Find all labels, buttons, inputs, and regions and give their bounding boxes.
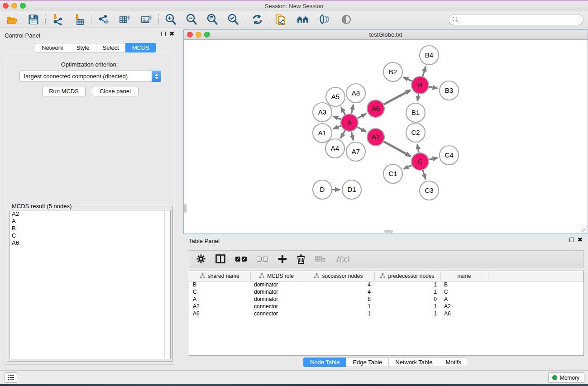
table-cell[interactable]: C xyxy=(189,288,250,295)
column-header-shared-name[interactable]: shared name xyxy=(189,271,250,281)
graph-node-A5[interactable]: A5 xyxy=(326,87,345,106)
graph-node-A1[interactable]: A1 xyxy=(313,124,332,143)
table-cell[interactable]: A2 xyxy=(189,303,250,310)
graph-edge-A-A7[interactable] xyxy=(351,132,353,140)
table-cell[interactable]: connector xyxy=(250,303,303,310)
mcds-result-item[interactable]: A6 xyxy=(10,239,170,247)
tab-style[interactable]: Style xyxy=(70,43,96,52)
node-table[interactable]: shared nameMCDS rolesuccessor nodesprede… xyxy=(189,271,584,356)
import-table-button[interactable] xyxy=(70,12,88,27)
graph-node-B2[interactable]: B2 xyxy=(383,62,402,81)
canvas-vertical-scrollbar[interactable] xyxy=(184,204,186,213)
graph-edge-A-A1[interactable] xyxy=(333,126,341,129)
select-all-columns-button[interactable]: ✓ ✓ xyxy=(235,257,247,262)
network-canvas[interactable]: AA1A3A5A8A4A7A6A2BB1B2B3B4CC1C2C3C4DD1 xyxy=(184,40,588,234)
zoom-window-button[interactable] xyxy=(204,32,210,38)
table-row[interactable]: A6connector11A6 xyxy=(189,310,583,317)
canvas-horizontal-scrollbar[interactable] xyxy=(384,230,393,233)
graph-edge-C-C1[interactable] xyxy=(404,165,412,169)
zoom-selected-button[interactable] xyxy=(224,12,242,27)
unselect-all-columns-button[interactable] xyxy=(257,257,268,262)
table-cell[interactable]: B xyxy=(189,281,250,288)
graph-edge-A-A3[interactable] xyxy=(333,116,341,119)
table-cell[interactable]: B xyxy=(440,281,488,288)
table-row[interactable]: Bdominator41B xyxy=(189,281,583,288)
table-cell[interactable]: 1 xyxy=(303,303,374,310)
table-cell[interactable]: dominator xyxy=(250,281,303,288)
zoom-fit-button[interactable] xyxy=(203,12,221,27)
table-cell[interactable]: 1 xyxy=(374,281,440,288)
table-cell[interactable]: 4 xyxy=(303,281,374,288)
export-image-button[interactable] xyxy=(138,12,156,27)
run-mcds-button[interactable]: Run MCDS xyxy=(42,86,86,96)
zoom-in-button[interactable] xyxy=(162,12,180,27)
tab-network[interactable]: Network xyxy=(35,43,70,52)
graph-edge-C-C4[interactable] xyxy=(429,158,438,160)
table-cell[interactable]: A6 xyxy=(189,310,250,317)
table-tab-network-table[interactable]: Network Table xyxy=(388,357,439,367)
graph-node-C4[interactable]: C4 xyxy=(440,146,459,165)
show-all-networks-button[interactable] xyxy=(294,12,312,27)
table-cell[interactable]: A xyxy=(189,295,250,303)
graph-node-C2[interactable]: C2 xyxy=(406,123,425,142)
network-window-titlebar[interactable]: testGlobe.txt xyxy=(184,30,588,40)
column-header-name[interactable]: name xyxy=(440,271,488,281)
show-style-button[interactable] xyxy=(316,12,334,27)
table-cell[interactable]: 1 xyxy=(374,288,440,295)
table-tab-node-table[interactable]: Node Table xyxy=(303,357,346,367)
graph-node-B3[interactable]: B3 xyxy=(440,81,459,100)
close-window-button[interactable] xyxy=(3,3,9,9)
table-cell[interactable]: 1 xyxy=(374,310,440,317)
table-cell[interactable]: 4 xyxy=(303,288,374,295)
float-panel-icon[interactable] xyxy=(161,32,166,36)
graph-node-C1[interactable]: C1 xyxy=(383,164,402,183)
tab-select[interactable]: Select xyxy=(96,43,125,52)
tab-mcds[interactable]: MCDS xyxy=(125,43,156,52)
table-cell[interactable]: 1 xyxy=(374,303,440,310)
window-resize-grip[interactable] xyxy=(582,228,587,233)
graph-edge-B-B4[interactable] xyxy=(423,67,426,76)
column-header-predecessor-nodes[interactable]: predecessor nodes xyxy=(374,271,440,281)
graph-edge-C-C3[interactable] xyxy=(423,170,425,179)
export-network-button[interactable] xyxy=(94,12,112,27)
show-columns-button[interactable] xyxy=(215,254,225,263)
table-cell[interactable]: 0 xyxy=(374,295,440,303)
close-panel-icon[interactable]: ✖ xyxy=(169,32,174,36)
zoom-out-button[interactable] xyxy=(182,12,201,27)
table-settings-button[interactable] xyxy=(196,254,206,263)
table-row[interactable]: Cdominator41C xyxy=(189,288,583,295)
graph-edge-A-A4[interactable] xyxy=(341,130,345,138)
hide-panel-button[interactable] xyxy=(337,12,355,27)
graph-node-B1[interactable]: B1 xyxy=(406,103,425,122)
close-panel-button[interactable]: Close panel xyxy=(92,86,139,96)
graph-node-B[interactable]: B xyxy=(411,76,429,94)
graph-node-C[interactable]: C xyxy=(411,153,429,170)
table-cell[interactable]: dominator xyxy=(250,288,303,295)
table-tab-motifs[interactable]: Motifs xyxy=(439,357,468,367)
apply-layout-button[interactable] xyxy=(248,12,266,27)
table-cell[interactable]: dominator xyxy=(250,295,303,303)
table-cell[interactable]: connector xyxy=(250,310,303,317)
graph-edge-C-C2[interactable] xyxy=(417,144,419,153)
graph-node-A6[interactable]: A6 xyxy=(367,100,384,117)
graph-node-A4[interactable]: A4 xyxy=(325,139,344,158)
task-history-button[interactable] xyxy=(5,372,17,383)
memory-button[interactable]: Memory xyxy=(548,372,584,383)
graph-node-C3[interactable]: C3 xyxy=(420,181,439,200)
table-cell[interactable]: A xyxy=(440,295,488,303)
graph-edge-A-A5[interactable] xyxy=(341,107,345,115)
minimize-window-button[interactable] xyxy=(196,32,201,38)
zoom-window-button[interactable] xyxy=(20,3,26,9)
mcds-result-list[interactable]: A2ABCA6 xyxy=(10,210,171,359)
save-session-button[interactable] xyxy=(24,12,43,27)
graph-edge-B-B2[interactable] xyxy=(403,77,412,81)
table-row[interactable]: A2connector11A2 xyxy=(189,303,583,310)
table-cell[interactable]: A6 xyxy=(440,310,488,317)
column-header-mcds-role[interactable]: MCDS role xyxy=(250,271,303,281)
graph-node-D[interactable]: D xyxy=(313,180,332,199)
graph-node-A8[interactable]: A8 xyxy=(346,84,365,103)
delete-column-button[interactable] xyxy=(297,254,305,264)
close-panel-icon[interactable]: ✖ xyxy=(578,238,583,242)
list-scrollbar[interactable] xyxy=(164,210,170,359)
table-tab-edge-table[interactable]: Edge Table xyxy=(346,357,388,367)
